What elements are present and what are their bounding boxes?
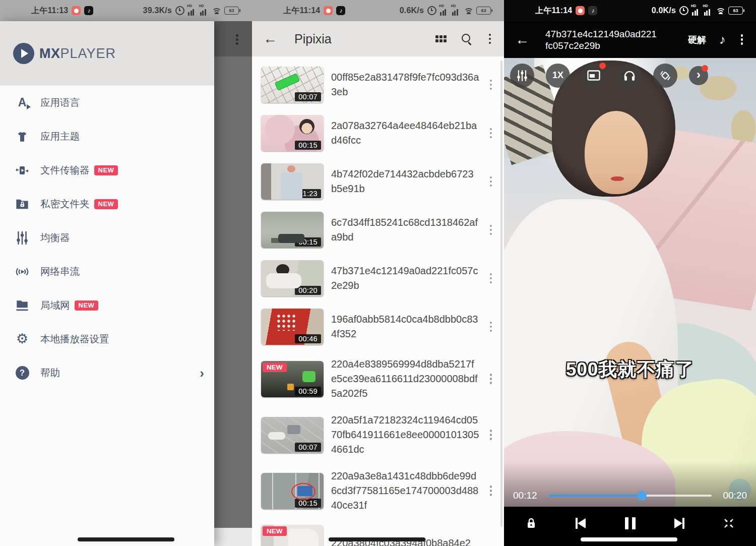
screen-record-icon xyxy=(324,6,333,15)
hw-decoder-toggle[interactable]: 硬解 xyxy=(688,34,706,46)
overflow-menu-icon[interactable] xyxy=(739,32,745,47)
video-thumbnail: 01:23 xyxy=(261,163,324,200)
signal-icon: HD xyxy=(440,6,449,16)
network-speed-text: 39.3K/s xyxy=(143,6,172,15)
wifi-icon xyxy=(212,7,221,14)
drawer-item-file-transfer[interactable]: 文件传输器 NEW xyxy=(0,153,214,187)
dimmed-gesture-strip xyxy=(214,528,252,546)
pause-button[interactable] xyxy=(619,512,641,534)
drawer-item-help[interactable]: ? 帮助 › xyxy=(0,356,214,390)
tiktok-icon: ♪ xyxy=(336,6,345,15)
equalizer-button[interactable] xyxy=(510,64,534,88)
alarm-icon xyxy=(679,6,688,15)
home-indicator[interactable] xyxy=(581,537,677,541)
network-speed-text: 0.0K/s xyxy=(652,6,676,15)
gear-icon: ⚙ xyxy=(11,332,33,346)
dimmed-content-strip xyxy=(214,56,252,528)
video-thumbnail: 00:15 xyxy=(261,115,324,151)
video-subtitle: 500我就不痛了 xyxy=(504,357,756,382)
clock-text: 上午11:14 xyxy=(283,6,320,16)
page-title: Pipixia xyxy=(294,32,435,46)
lock-button[interactable] xyxy=(520,512,542,534)
rotate-screen-button[interactable] xyxy=(653,64,677,88)
search-icon[interactable] xyxy=(462,34,472,44)
video-list-item[interactable]: 00:46 196af0abb5814c0ca4b8dbb0c834f352 xyxy=(252,302,504,351)
wifi-icon xyxy=(716,7,725,14)
item-overflow-icon[interactable] xyxy=(487,77,495,93)
mx-player-logo-icon xyxy=(13,43,34,64)
item-overflow-icon[interactable] xyxy=(487,125,495,142)
seek-bar-thumb[interactable] xyxy=(637,491,647,501)
new-badge: NEW xyxy=(263,362,287,372)
video-list-item[interactable]: 01:23 4b742f02de714432acbdeb6723b5e91b xyxy=(252,157,504,206)
video-list-item[interactable]: 00:20 47b371e4c12149a0ad221fc057c2e29b xyxy=(252,254,504,302)
seek-bar[interactable] xyxy=(548,495,712,497)
woman-lips xyxy=(611,176,624,181)
drawer-item-network-stream[interactable]: 网络串流 xyxy=(0,255,214,288)
video-list-item[interactable]: 00:07 00ff85e2a831478f9fe7fc093d36a3eb xyxy=(252,60,504,109)
drawer-item-app-language[interactable]: A 应用语言 xyxy=(0,86,214,119)
item-overflow-icon[interactable] xyxy=(487,427,495,443)
pip-button[interactable] xyxy=(582,64,606,88)
item-overflow-icon[interactable] xyxy=(487,319,495,335)
battery-icon: 63 xyxy=(476,7,491,15)
video-list-item[interactable]: 00:15 220a9a3e8a1431c48dbb6de99d6cd3f775… xyxy=(252,463,504,519)
video-list-item[interactable]: 00:07 220a5f1a72182324c119464cd0570fb641… xyxy=(252,407,504,463)
signal-icon: HD xyxy=(200,6,209,16)
video-list-item[interactable]: NEW 00:59 220a4e8389569994d8dba5217fe5ce… xyxy=(252,351,504,407)
video-list-item[interactable]: 00:15 2a078a32764a4ee48464eb21bad46fcc xyxy=(252,109,504,157)
status-bar: 上午11:14 ♪ 0.6K/s HD HD 63 xyxy=(252,0,504,21)
video-filename: 220a9a3e8a1431c48dbb6de99d6cd3f77581165e… xyxy=(331,469,479,513)
seek-bar-row: 00:12 00:20 xyxy=(504,485,756,506)
app-bar: ← Pipixia xyxy=(252,21,504,56)
video-thumbnail: 00:20 xyxy=(261,260,324,296)
item-overflow-icon[interactable] xyxy=(487,222,495,238)
next-button[interactable] xyxy=(668,512,690,534)
previous-button[interactable] xyxy=(570,512,592,534)
player-top-bar: ← 47b371e4c12149a0ad221 fc057c2e29b 硬解 ♪ xyxy=(504,21,756,58)
drawer-item-local-player-settings[interactable]: ⚙ 本地播放器设置 xyxy=(0,322,214,356)
home-indicator[interactable] xyxy=(329,537,425,541)
alarm-icon xyxy=(175,6,184,15)
video-thumbnail: NEW xyxy=(261,525,324,546)
video-list-item[interactable]: NEW 220a3804fc03a394af0b8a84e2 xyxy=(252,519,504,546)
duration-badge: 00:15 xyxy=(295,237,321,247)
battery-icon: 63 xyxy=(224,7,239,15)
video-filename: 4b742f02de714432acbdeb6723b5e91b xyxy=(331,167,479,196)
playback-speed-button[interactable]: 1X xyxy=(546,64,570,88)
video-filename: 47b371e4c12149a0ad221fc057c2e29b xyxy=(331,264,479,293)
headphones-button[interactable] xyxy=(617,64,642,88)
overflow-menu-icon[interactable] xyxy=(487,32,493,46)
drawer-item-app-theme[interactable]: 应用主题 xyxy=(0,119,214,153)
signal-icon: HD xyxy=(692,6,701,16)
video-surface[interactable] xyxy=(504,58,756,507)
video-filename: 220a4e8389569994d8dba5217fe5ce39ea611661… xyxy=(331,357,479,401)
drawer-header: MX PLAYER xyxy=(0,21,214,86)
network-speed-text: 0.6K/s xyxy=(400,6,424,15)
item-overflow-icon[interactable] xyxy=(487,270,495,287)
drawer-item-lan[interactable]: 局域网 NEW xyxy=(0,288,214,322)
screen-record-icon xyxy=(576,6,585,15)
item-overflow-icon[interactable] xyxy=(487,371,495,387)
new-badge: NEW xyxy=(75,300,99,311)
total-time: 00:20 xyxy=(719,490,747,501)
brand-mx: MX xyxy=(39,46,60,62)
back-arrow-icon[interactable]: ← xyxy=(263,32,277,46)
audio-track-icon[interactable]: ♪ xyxy=(719,33,726,46)
battery-icon: 63 xyxy=(728,7,743,15)
item-overflow-icon[interactable] xyxy=(487,173,495,190)
drawer-item-private-folder[interactable]: 私密文件夹 NEW xyxy=(0,187,214,221)
signal-icon: HD xyxy=(704,6,713,16)
drawer-item-equalizer[interactable]: 均衡器 xyxy=(0,221,214,255)
item-overflow-icon[interactable] xyxy=(487,482,495,499)
more-controls-button[interactable]: › xyxy=(689,66,708,85)
home-indicator[interactable] xyxy=(78,537,174,541)
video-list-item[interactable]: 00:15 6c7d34ff185241c68cd1318462afa9bd xyxy=(252,206,504,254)
grid-view-icon[interactable] xyxy=(435,35,447,42)
signal-icon: HD xyxy=(188,6,197,16)
list-scrollbar[interactable] xyxy=(500,60,502,527)
overflow-menu-icon[interactable] xyxy=(233,31,241,48)
fullscreen-button[interactable] xyxy=(718,512,740,534)
player-quick-controls: 1X › xyxy=(504,62,756,89)
back-arrow-icon[interactable]: ← xyxy=(515,33,529,47)
